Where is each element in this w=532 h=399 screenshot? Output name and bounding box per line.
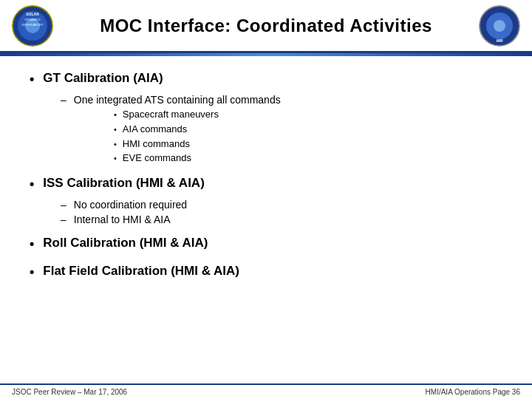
- sub-item-1-1: – One integrated ATS containing all comm…: [61, 94, 502, 106]
- point-3: • HMI commands: [114, 138, 502, 151]
- sub-label-2-1: No coordination required: [74, 199, 187, 211]
- bullet-label-3: Roll Calibration (HMI & AIA): [43, 236, 208, 250]
- point-text-3: HMI commands: [123, 138, 190, 149]
- point-bullet-1: •: [114, 109, 117, 122]
- svg-text:HMI: HMI: [496, 38, 503, 43]
- sub-dash-1: –: [61, 94, 66, 106]
- point-text-4: EVE commands: [123, 152, 191, 163]
- sub-dash-2-2: –: [61, 214, 66, 225]
- bullet-points-1: • Spacecraft maneuvers • AIA commands • …: [114, 109, 502, 165]
- point-bullet-4: •: [114, 152, 117, 166]
- bullet-dot-3: •: [30, 236, 34, 253]
- bullet-main-2: • ISS Calibration (HMI & AIA): [30, 176, 502, 193]
- bullet-dot-2: •: [30, 176, 34, 193]
- svg-text:DYNAMICS: DYNAMICS: [24, 18, 40, 21]
- bullet-dot-4: •: [30, 264, 34, 281]
- sub-list-2: – No coordination required – Internal to…: [61, 199, 502, 225]
- bullet-item-4: • Flat Field Calibration (HMI & AIA): [30, 264, 502, 281]
- svg-text:SOLAR: SOLAR: [26, 12, 39, 16]
- main-content: • GT Calibration (AIA) – One integrated …: [0, 56, 532, 299]
- bullet-item-3: • Roll Calibration (HMI & AIA): [30, 236, 502, 253]
- point-4: • EVE commands: [114, 152, 502, 166]
- footer-left: JSOC Peer Review – Mar 17, 2006: [12, 388, 127, 396]
- point-text-2: AIA commands: [123, 123, 187, 134]
- logo-right: HMI: [479, 5, 520, 47]
- bullet-item-2: • ISS Calibration (HMI & AIA) – No coord…: [30, 176, 502, 225]
- sub-item-2-2: – Internal to HMI & AIA: [61, 214, 502, 225]
- svg-text:OBSERVATORY: OBSERVATORY: [21, 23, 44, 27]
- sub-item-2-1: – No coordination required: [61, 199, 502, 211]
- point-bullet-3: •: [114, 138, 117, 151]
- bullet-label-1: GT Calibration (AIA): [43, 71, 163, 86]
- sub-label-2-2: Internal to HMI & AIA: [74, 214, 171, 225]
- footer-right: HMI/AIA Operations Page 36: [426, 388, 520, 396]
- point-1: • Spacecraft maneuvers: [114, 109, 502, 122]
- logo-left: SOLAR DYNAMICS OBSERVATORY: [12, 5, 53, 47]
- header: SOLAR DYNAMICS OBSERVATORY MOC Interface…: [0, 0, 532, 53]
- footer: JSOC Peer Review – Mar 17, 2006 HMI/AIA …: [0, 383, 532, 399]
- bullet-item-1: • GT Calibration (AIA) – One integrated …: [30, 71, 502, 166]
- bullet-main-3: • Roll Calibration (HMI & AIA): [30, 236, 502, 253]
- point-text-1: Spacecraft maneuvers: [123, 109, 219, 120]
- bullet-label-2: ISS Calibration (HMI & AIA): [43, 176, 205, 191]
- point-bullet-2: •: [114, 123, 117, 137]
- bullet-label-4: Flat Field Calibration (HMI & AIA): [43, 264, 239, 279]
- sub-dash-2-1: –: [61, 199, 66, 211]
- svg-point-8: [494, 20, 505, 32]
- page-title: MOC Interface: Coordinated Activities: [53, 16, 479, 36]
- sub-label-1-1: One integrated ATS containing all comman…: [74, 94, 281, 106]
- point-2: • AIA commands: [114, 123, 502, 137]
- bullet-main-4: • Flat Field Calibration (HMI & AIA): [30, 264, 502, 281]
- bullet-main-1: • GT Calibration (AIA): [30, 71, 502, 88]
- bullet-dot-1: •: [30, 71, 34, 88]
- sub-list-1: – One integrated ATS containing all comm…: [61, 94, 502, 165]
